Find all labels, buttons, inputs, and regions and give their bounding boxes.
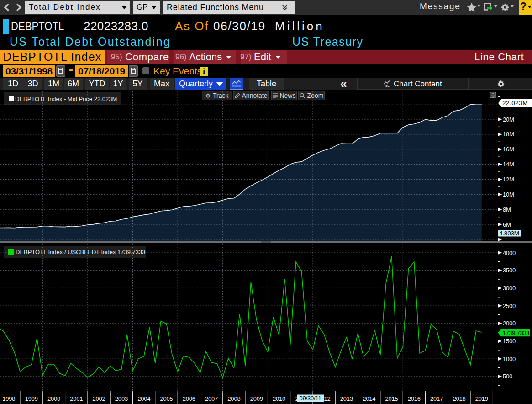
svg-text:2019: 2019 bbox=[475, 395, 488, 402]
svg-text:2018: 2018 bbox=[453, 395, 465, 402]
svg-text:2017: 2017 bbox=[430, 395, 443, 402]
svg-text:2001: 2001 bbox=[70, 395, 83, 402]
svg-text:16M: 16M bbox=[503, 146, 514, 153]
svg-text:3000: 3000 bbox=[503, 285, 516, 292]
svg-text:2004: 2004 bbox=[137, 395, 150, 402]
svg-text:2016: 2016 bbox=[408, 395, 421, 402]
svg-text:2005: 2005 bbox=[160, 395, 173, 402]
svg-text:3500: 3500 bbox=[503, 267, 516, 274]
svg-text:2013: 2013 bbox=[340, 395, 353, 402]
svg-text:2006: 2006 bbox=[183, 395, 195, 402]
svg-text:2010: 2010 bbox=[273, 395, 285, 402]
svg-text:2008: 2008 bbox=[227, 395, 240, 402]
svg-text:22.023M: 22.023M bbox=[502, 100, 528, 106]
svg-text:2000: 2000 bbox=[503, 320, 516, 327]
svg-text:1500: 1500 bbox=[503, 338, 516, 345]
svg-text:1999: 1999 bbox=[25, 395, 38, 402]
svg-text:1998: 1998 bbox=[2, 395, 15, 402]
svg-text:2015: 2015 bbox=[385, 395, 398, 402]
svg-text:6M: 6M bbox=[503, 221, 511, 228]
svg-text:2002: 2002 bbox=[93, 395, 105, 402]
svg-text:2014: 2014 bbox=[363, 395, 375, 402]
svg-text:14M: 14M bbox=[503, 161, 514, 168]
svg-text:1739.7333: 1739.7333 bbox=[503, 330, 530, 336]
svg-text:20M: 20M bbox=[503, 116, 514, 123]
svg-text:2500: 2500 bbox=[503, 303, 516, 309]
svg-text:09/30/11: 09/30/11 bbox=[299, 395, 321, 402]
svg-text:2007: 2007 bbox=[205, 395, 218, 402]
svg-text:12M: 12M bbox=[503, 176, 514, 183]
svg-text:4.803M: 4.803M bbox=[499, 230, 519, 237]
svg-text:2003: 2003 bbox=[115, 395, 128, 402]
svg-text:2009: 2009 bbox=[250, 395, 263, 402]
svg-text:4000: 4000 bbox=[503, 250, 516, 256]
svg-text:18M: 18M bbox=[503, 131, 514, 138]
svg-text:500: 500 bbox=[503, 373, 512, 380]
svg-text:10M: 10M bbox=[503, 191, 514, 198]
svg-text:8M: 8M bbox=[503, 206, 511, 213]
svg-text:2000: 2000 bbox=[47, 395, 60, 402]
svg-text:1000: 1000 bbox=[503, 356, 516, 362]
